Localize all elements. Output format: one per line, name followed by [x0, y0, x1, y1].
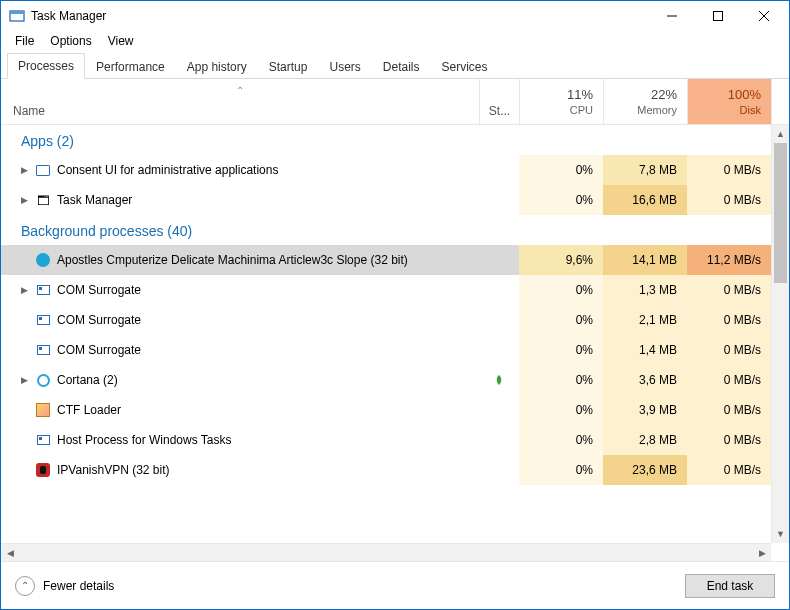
disk-cell: 0 MB/s — [687, 305, 771, 335]
end-task-button[interactable]: End task — [685, 574, 775, 598]
group-background[interactable]: Background processes (40) — [1, 215, 771, 245]
col-status[interactable]: St... — [479, 79, 519, 124]
tab-processes[interactable]: Processes — [7, 53, 85, 79]
scroll-thumb[interactable] — [774, 143, 787, 283]
cpu-cell: 0% — [519, 275, 603, 305]
row-com-surrogate-2[interactable]: COM Surrogate 0% 2,1 MB 0 MB/s — [1, 305, 771, 335]
row-com-surrogate-1[interactable]: ▶ COM Surrogate 0% 1,3 MB 0 MB/s — [1, 275, 771, 305]
component-icon — [35, 342, 51, 358]
tabstrip: Processes Performance App history Startu… — [1, 51, 789, 79]
mem-lbl: Memory — [637, 104, 677, 116]
disk-pct: 100% — [728, 87, 761, 102]
component-icon — [35, 282, 51, 298]
maximize-button[interactable] — [695, 1, 741, 31]
mem-cell: 16,6 MB — [603, 185, 687, 215]
col-name[interactable]: ⌃ Name — [1, 79, 479, 124]
process-name: Apostles Cmputerize Delicate Machinima A… — [57, 253, 408, 267]
end-task-label: End task — [707, 579, 754, 593]
disk-cell: 0 MB/s — [687, 185, 771, 215]
chevron-right-icon[interactable]: ▶ — [19, 165, 29, 175]
chevron-right-icon[interactable]: ▶ — [19, 285, 29, 295]
column-headers: ⌃ Name St... 11% CPU 22% Memory 100% Dis… — [1, 79, 789, 125]
close-button[interactable] — [741, 1, 787, 31]
leaf-icon — [493, 374, 505, 386]
disk-cell: 0 MB/s — [687, 155, 771, 185]
process-name: IPVanishVPN (32 bit) — [57, 463, 170, 477]
component-icon — [35, 312, 51, 328]
disk-cell: 0 MB/s — [687, 335, 771, 365]
mem-pct: 22% — [651, 87, 677, 102]
menu-file[interactable]: File — [9, 32, 40, 50]
col-cpu[interactable]: 11% CPU — [519, 79, 603, 124]
mem-cell: 3,9 MB — [603, 395, 687, 425]
cpu-lbl: CPU — [570, 104, 593, 116]
status-cell — [479, 374, 519, 386]
row-task-manager[interactable]: ▶ 🗔 Task Manager 0% 16,6 MB 0 MB/s — [1, 185, 771, 215]
disk-cell: 0 MB/s — [687, 395, 771, 425]
row-cortana[interactable]: ▶ Cortana (2) 0% 3,6 MB 0 MB/s — [1, 365, 771, 395]
scroll-left-icon[interactable]: ◀ — [1, 544, 19, 561]
group-apps[interactable]: Apps (2) — [1, 125, 771, 155]
menubar: File Options View — [1, 31, 789, 51]
process-name: CTF Loader — [57, 403, 121, 417]
mem-cell: 7,8 MB — [603, 155, 687, 185]
cortana-icon — [35, 372, 51, 388]
disk-cell: 0 MB/s — [687, 425, 771, 455]
col-disk[interactable]: 100% Disk — [687, 79, 771, 124]
window-icon — [35, 162, 51, 178]
cpu-cell: 0% — [519, 395, 603, 425]
tab-startup[interactable]: Startup — [258, 54, 319, 79]
menu-view[interactable]: View — [102, 32, 140, 50]
horizontal-scrollbar[interactable]: ◀ ▶ — [1, 543, 771, 561]
fewer-details-label: Fewer details — [43, 579, 114, 593]
task-manager-icon: 🗔 — [35, 192, 51, 208]
process-name: COM Surrogate — [57, 313, 141, 327]
task-manager-window: Task Manager File Options View Processes… — [0, 0, 790, 610]
fewer-details-button[interactable]: ⌃ Fewer details — [15, 576, 675, 596]
row-ipvanish[interactable]: IPVanishVPN (32 bit) 0% 23,6 MB 0 MB/s — [1, 455, 771, 485]
scroll-right-icon[interactable]: ▶ — [753, 544, 771, 561]
disk-lbl: Disk — [740, 104, 761, 116]
disk-cell: 0 MB/s — [687, 365, 771, 395]
disk-cell: 0 MB/s — [687, 455, 771, 485]
process-name: Consent UI for administrative applicatio… — [57, 163, 278, 177]
chevron-up-icon: ⌃ — [15, 576, 35, 596]
tab-services[interactable]: Services — [431, 54, 499, 79]
mem-cell: 23,6 MB — [603, 455, 687, 485]
row-com-surrogate-3[interactable]: COM Surrogate 0% 1,4 MB 0 MB/s — [1, 335, 771, 365]
window-title: Task Manager — [31, 9, 649, 23]
tab-performance[interactable]: Performance — [85, 54, 176, 79]
row-host-process[interactable]: Host Process for Windows Tasks 0% 2,8 MB… — [1, 425, 771, 455]
cpu-cell: 0% — [519, 155, 603, 185]
minimize-button[interactable] — [649, 1, 695, 31]
mem-cell: 2,8 MB — [603, 425, 687, 455]
chevron-right-icon[interactable]: ▶ — [19, 375, 29, 385]
mem-cell: 3,6 MB — [603, 365, 687, 395]
scroll-up-icon[interactable]: ▲ — [772, 125, 789, 143]
mem-cell: 1,3 MB — [603, 275, 687, 305]
row-ctf-loader[interactable]: CTF Loader 0% 3,9 MB 0 MB/s — [1, 395, 771, 425]
ctf-icon — [35, 402, 51, 418]
row-apostles[interactable]: Apostles Cmputerize Delicate Machinima A… — [1, 245, 771, 275]
cpu-cell: 0% — [519, 335, 603, 365]
app-icon — [9, 8, 25, 24]
disk-cell: 11,2 MB/s — [687, 245, 771, 275]
process-name: Cortana (2) — [57, 373, 118, 387]
col-memory[interactable]: 22% Memory — [603, 79, 687, 124]
process-name: COM Surrogate — [57, 283, 141, 297]
col-status-label: St... — [489, 104, 510, 118]
menu-options[interactable]: Options — [44, 32, 97, 50]
vertical-scrollbar[interactable]: ▲ ▼ — [771, 125, 789, 543]
disk-cell: 0 MB/s — [687, 275, 771, 305]
tab-details[interactable]: Details — [372, 54, 431, 79]
process-name: Host Process for Windows Tasks — [57, 433, 232, 447]
tab-users[interactable]: Users — [318, 54, 371, 79]
svg-rect-3 — [714, 12, 723, 21]
footer: ⌃ Fewer details End task — [1, 561, 789, 609]
tab-app-history[interactable]: App history — [176, 54, 258, 79]
chevron-right-icon[interactable]: ▶ — [19, 195, 29, 205]
cpu-cell: 0% — [519, 425, 603, 455]
scroll-down-icon[interactable]: ▼ — [772, 525, 789, 543]
row-consent-ui[interactable]: ▶ Consent UI for administrative applicat… — [1, 155, 771, 185]
col-name-label: Name — [13, 104, 45, 118]
